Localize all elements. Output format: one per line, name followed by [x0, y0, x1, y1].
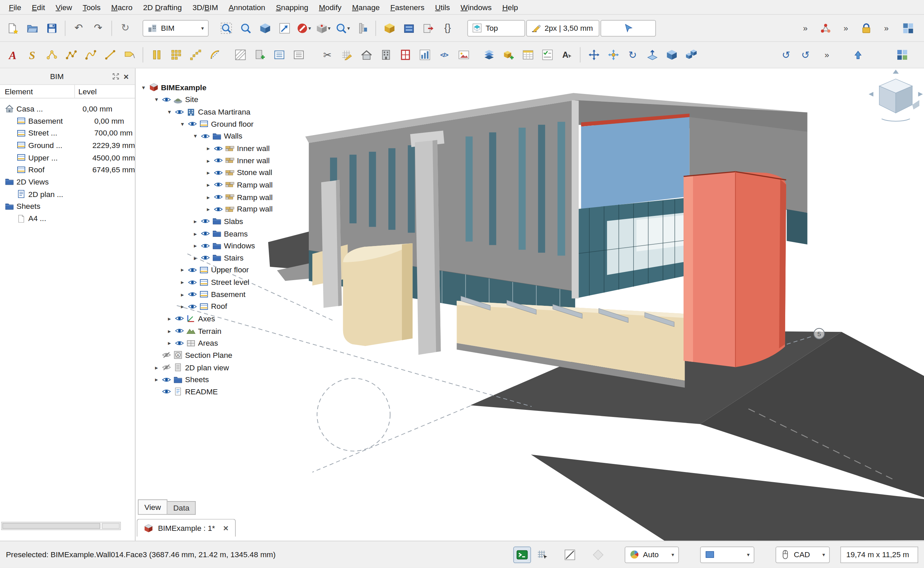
close-icon[interactable]: × [121, 71, 131, 82]
expander-icon[interactable]: ▸ [179, 304, 185, 310]
menu-2d-drafting[interactable]: 2D Drafting [138, 2, 187, 12]
expander-icon[interactable]: ▾ [179, 121, 185, 127]
shape2dview-tool-button[interactable] [289, 45, 307, 64]
view-fit-button[interactable] [275, 19, 294, 37]
visibility-eye-icon[interactable] [214, 157, 223, 164]
visibility-eye-icon[interactable] [201, 218, 210, 225]
expander-icon[interactable]: ▸ [205, 193, 211, 200]
cube-tool-button[interactable] [662, 45, 680, 64]
menu-modify[interactable]: Modify [314, 2, 347, 12]
new-file-button[interactable] [3, 19, 22, 37]
hatch-tool-button[interactable] [231, 45, 249, 64]
column-level[interactable]: Level [75, 87, 135, 96]
expander-icon[interactable]: ▸ [179, 267, 185, 273]
tree-row-inner-wall[interactable]: ▸Inner wall [139, 142, 273, 154]
menu-help[interactable]: Help [497, 2, 523, 12]
zoom-tools-button[interactable]: ▾ [334, 19, 352, 37]
tree-row-stairs[interactable]: ▸Stairs [139, 252, 273, 264]
redo-button[interactable]: ↷ [89, 19, 107, 37]
code-tool-button[interactable]: </> [435, 45, 453, 64]
library-button[interactable] [399, 19, 418, 37]
expander-icon[interactable]: ▾ [192, 133, 199, 139]
schedule-tool-button[interactable] [415, 45, 434, 64]
undock-icon[interactable] [110, 73, 121, 80]
visibility-eye-icon[interactable] [175, 315, 184, 322]
expander-icon[interactable]: ▸ [192, 242, 199, 249]
open-button[interactable] [23, 19, 41, 37]
tree-row-areas[interactable]: ▸Areas [139, 337, 273, 349]
workbench-selector[interactable]: BIM▾ [143, 20, 208, 36]
toolbar-overflow[interactable]: » [842, 23, 850, 33]
expression-button[interactable]: {} [439, 19, 457, 37]
element-row-basement[interactable]: Basement0,00 mm [0, 115, 135, 127]
displace-tool-button[interactable] [604, 45, 623, 64]
expander-icon[interactable]: ▸ [192, 254, 199, 261]
expander-icon[interactable]: ▸ [192, 230, 199, 237]
export-button[interactable] [419, 19, 437, 37]
tree-row-roof[interactable]: ▸Roof [139, 301, 273, 313]
menu-windows[interactable]: Windows [455, 2, 497, 12]
working-plane-top-button[interactable]: Top [467, 20, 525, 36]
menu-3d-bim[interactable]: 3D/BIM [187, 2, 223, 12]
expander-icon[interactable]: ▾ [140, 84, 146, 91]
tree-row-ground-floor[interactable]: ▾Ground floor [139, 118, 273, 130]
tree-row-street-level[interactable]: ▸Street level [139, 276, 273, 288]
facebinder-tool-button[interactable] [270, 45, 288, 64]
zoom-selection-button[interactable] [237, 19, 255, 37]
draw-style-button[interactable] [256, 19, 274, 37]
wire-tool-button[interactable] [62, 45, 80, 64]
tree-row-ramp-wall[interactable]: ▸Ramp wall [139, 203, 273, 215]
tree-row-upper-floor[interactable]: ▸Upper floor [139, 264, 273, 276]
close-icon[interactable]: × [220, 523, 229, 533]
visibility-eye-icon[interactable] [162, 364, 171, 371]
menu-tools[interactable]: Tools [77, 2, 106, 12]
menu-utils[interactable]: Utils [430, 2, 455, 12]
levels-up-button[interactable] [849, 45, 867, 64]
column-element[interactable]: Element [0, 85, 75, 98]
clone-tool-button[interactable] [682, 45, 700, 64]
working-plane-toggle-button[interactable] [561, 546, 579, 563]
label-tool-button[interactable] [120, 45, 139, 64]
undo-button[interactable]: ↶ [69, 19, 88, 37]
column-tool-button[interactable] [147, 45, 166, 64]
3d-viewport[interactable]: 5 ▾BIMExample▾Site▾Casa Martirana▾Ground… [136, 68, 924, 541]
building-tool-button[interactable] [377, 45, 395, 64]
visibility-eye-icon[interactable] [201, 133, 210, 139]
image-plane-button[interactable] [454, 45, 472, 64]
visibility-eye-icon[interactable] [214, 206, 223, 213]
expander-icon[interactable]: ▸ [166, 340, 173, 346]
menu-manage[interactable]: Manage [347, 2, 385, 12]
line-tool-button[interactable] [101, 45, 119, 64]
upgrade-tool-button[interactable] [643, 45, 661, 64]
tree-row-ramp-wall[interactable]: ▸Ramp wall [139, 191, 273, 203]
tree-row-basement[interactable]: ▸Basement [139, 288, 273, 301]
element-row-sheets[interactable]: Sheets [0, 200, 135, 212]
tree-row-terrain[interactable]: ▸Terrain [139, 325, 273, 337]
tree-row-readme[interactable]: README [139, 385, 273, 398]
move-tool-button[interactable] [585, 45, 603, 64]
expander-icon[interactable]: ▸ [166, 316, 173, 322]
window-tool-button[interactable] [396, 45, 415, 64]
rotate-tool-button[interactable]: ↻ [623, 45, 642, 64]
tree-row-inner-wall[interactable]: ▸Inner wall [139, 154, 273, 166]
edit-mode-button[interactable]: ↺ [777, 45, 795, 64]
expander-icon[interactable]: ▸ [205, 206, 211, 212]
menu-fasteners[interactable]: Fasteners [385, 2, 430, 12]
element-row-2d-plan[interactable]: 2D plan ... [0, 188, 135, 200]
tree-row-ramp-wall[interactable]: ▸Ramp wall [139, 179, 273, 191]
preflight-tool-button[interactable] [538, 45, 556, 64]
shapestring-tool-button[interactable]: S [23, 45, 41, 64]
expander-icon[interactable]: ▸ [205, 157, 211, 163]
line-width-button[interactable]: 2px | 3,50 mm [526, 20, 599, 36]
tree-row-stone-wall[interactable]: ▸Stone wall [139, 166, 273, 179]
grid-toggle-button[interactable] [534, 546, 552, 563]
element-row-casa[interactable]: Casa ...0,00 mm [0, 103, 135, 115]
tree-row-slabs[interactable]: ▸Slabs [139, 215, 273, 227]
tree-row-site[interactable]: ▾Site [139, 94, 273, 106]
bim-box-button[interactable] [380, 19, 398, 37]
expander-icon[interactable]: ▸ [179, 291, 185, 298]
section-marker[interactable]: 5 [814, 328, 825, 339]
tree-row-axes[interactable]: ▸Axes [139, 313, 273, 325]
sketch-tool-button[interactable] [338, 45, 356, 64]
material-tool-button[interactable] [479, 45, 498, 64]
